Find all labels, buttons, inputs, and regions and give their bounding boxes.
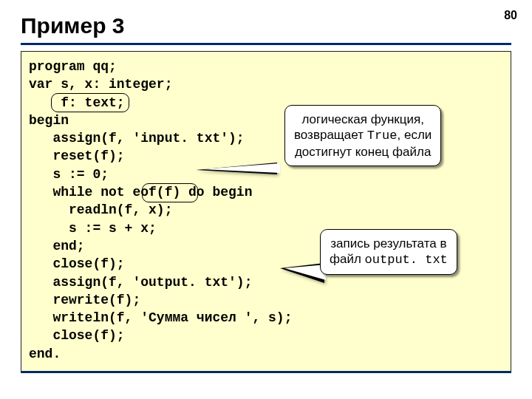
- callout-text: достигнут конец файла: [294, 144, 432, 160]
- callout-text: возвращает True, если: [294, 127, 432, 143]
- callout-text: файл output. txt: [330, 251, 448, 267]
- callout-text: запись результата в: [330, 236, 448, 251]
- callout-text: логическая функция,: [294, 112, 432, 127]
- page-title: Пример 3: [21, 13, 511, 45]
- callout-eof: логическая функция, возвращает True, есл…: [284, 105, 441, 166]
- code-block: program qq; var s, x: integer; f: text; …: [21, 52, 511, 369]
- slide: 80 Пример 3 program qq; var s, x: intege…: [0, 0, 532, 373]
- code-panel: program qq; var s, x: integer; f: text; …: [21, 51, 511, 373]
- page-number: 80: [504, 9, 517, 22]
- callout-output: запись результата в файл output. txt: [320, 229, 457, 275]
